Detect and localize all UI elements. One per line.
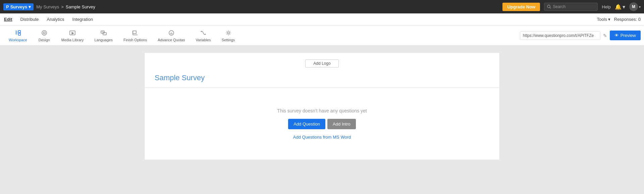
toolbar-item-advance-quotas[interactable]: Advance Quotas <box>152 27 190 44</box>
main-content: Add Logo Sample Survey This survey doesn… <box>0 46 644 194</box>
media-library-icon <box>69 29 76 37</box>
user-menu[interactable]: M ▾ <box>629 2 641 11</box>
svg-rect-6 <box>18 33 20 35</box>
bell-icon: 🔔 <box>615 4 622 10</box>
toolbar-finish-options-label: Finish Options <box>123 38 147 42</box>
topbar: P Surveys ▾ My Surveys > Sample Survey U… <box>0 0 644 13</box>
toolbar-item-design[interactable]: Design <box>33 27 56 44</box>
secondary-nav: Edit Distribute Analytics Integration To… <box>0 13 644 26</box>
toolbar-design-label: Design <box>39 38 50 42</box>
add-from-word-link[interactable]: Add Questions from MS Word <box>293 135 351 140</box>
avatar: M <box>629 2 638 11</box>
svg-point-8 <box>43 32 45 34</box>
finish-options-icon <box>131 29 139 37</box>
responses-count: Responses: 0 <box>614 17 641 22</box>
upgrade-now-button[interactable]: Upgrade Now <box>502 3 540 11</box>
dropdown-arrow-icon: ▾ <box>29 4 31 9</box>
add-intro-button[interactable]: Add Intro <box>327 119 356 129</box>
preview-label: Preview <box>621 33 636 38</box>
nav-analytics[interactable]: Analytics <box>46 14 65 25</box>
secondbar-right: Tools ▾ Responses: 0 <box>597 17 641 22</box>
app-logo[interactable]: P Surveys ▾ <box>3 3 34 10</box>
nav-integration[interactable]: Integration <box>72 14 94 25</box>
toolbar-item-finish-options[interactable]: Finish Options <box>118 27 152 44</box>
toolbar-right: https://www.questionpro.com/t/APITFZe ✎ … <box>520 31 641 40</box>
my-surveys-link[interactable]: My Surveys <box>36 4 59 9</box>
breadcrumb-separator: > <box>61 4 64 9</box>
toolbar-advance-quotas-label: Advance Quotas <box>158 38 185 42</box>
toolbar-item-workspace[interactable]: Workspace <box>3 27 33 44</box>
settings-icon <box>225 29 232 37</box>
notifications-bell[interactable]: 🔔 ▾ <box>615 4 625 10</box>
preview-button[interactable]: 👁 Preview <box>610 31 641 40</box>
svg-point-0 <box>547 5 550 8</box>
svg-line-1 <box>550 7 551 8</box>
topbar-right: Upgrade Now Help 🔔 ▾ M ▾ <box>502 2 641 11</box>
survey-header: Add Logo Sample Survey <box>145 53 499 88</box>
bell-dropdown-arrow: ▾ <box>623 4 625 10</box>
no-questions-message: This survey doesn't have any questions y… <box>277 108 367 113</box>
variables-icon <box>200 29 207 37</box>
action-buttons: Add Question Add Intro <box>288 119 356 129</box>
nav-distribute[interactable]: Distribute <box>20 14 40 25</box>
edit-url-button[interactable]: ✎ <box>603 33 607 38</box>
toolbar-variables-label: Variables <box>196 38 211 42</box>
eye-icon: 👁 <box>614 33 619 38</box>
app-name: Surveys <box>10 4 28 9</box>
breadcrumb: My Surveys > Sample Survey <box>36 4 95 9</box>
nav-edit[interactable]: Edit <box>3 14 13 25</box>
tools-button[interactable]: Tools ▾ <box>597 17 611 22</box>
svg-rect-5 <box>18 31 20 33</box>
current-survey: Sample Survey <box>66 4 95 9</box>
search-box <box>544 3 598 11</box>
advance-quotas-icon <box>168 29 175 37</box>
add-question-button[interactable]: Add Question <box>288 119 325 129</box>
workspace-icon <box>14 29 21 37</box>
survey-card: Add Logo Sample Survey This survey doesn… <box>144 52 500 160</box>
toolbar-settings-label: Settings <box>222 38 235 42</box>
toolbar-item-languages[interactable]: Languages <box>89 27 118 44</box>
svg-point-18 <box>201 31 202 32</box>
add-logo-button[interactable]: Add Logo <box>305 59 339 67</box>
svg-point-20 <box>227 32 229 34</box>
survey-url: https://www.questionpro.com/t/APITFZe <box>520 31 600 40</box>
user-dropdown-arrow: ▾ <box>639 5 641 9</box>
logo-letter: P <box>6 4 9 9</box>
svg-point-7 <box>42 31 47 35</box>
toolbar-item-media-library[interactable]: Media Library <box>56 27 89 44</box>
toolbar-media-library-label: Media Library <box>61 38 84 42</box>
design-icon <box>41 29 48 37</box>
svg-rect-13 <box>103 33 106 35</box>
svg-point-19 <box>205 34 206 35</box>
help-label[interactable]: Help <box>602 4 611 9</box>
survey-title: Sample Survey <box>155 71 489 82</box>
toolbar-item-settings[interactable]: Settings <box>216 27 240 44</box>
svg-marker-10 <box>72 32 74 34</box>
toolbar: Workspace Design Media Library Languages <box>0 26 644 46</box>
survey-body: This survey doesn't have any questions y… <box>145 88 499 160</box>
search-icon <box>547 5 551 9</box>
languages-icon <box>100 29 107 37</box>
search-input[interactable] <box>553 4 593 9</box>
toolbar-workspace-label: Workspace <box>9 38 27 42</box>
toolbar-item-variables[interactable]: Variables <box>191 27 216 44</box>
toolbar-languages-label: Languages <box>94 38 112 42</box>
